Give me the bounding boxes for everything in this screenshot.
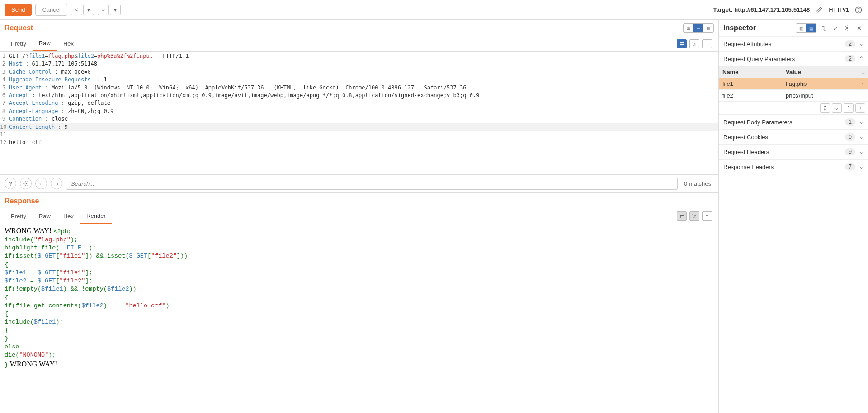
line-number: 5 — [0, 84, 8, 92]
move-up-button[interactable]: ⌃ — [844, 103, 854, 113]
close-icon[interactable]: ✕ — [854, 23, 863, 33]
add-param-button[interactable]: + — [855, 103, 865, 113]
line-number: 1 — [0, 52, 8, 60]
tab-raw[interactable]: Raw — [33, 36, 57, 51]
delete-param-button[interactable] — [820, 103, 830, 113]
inspector-layout-toggle[interactable]: ▥▤ — [796, 23, 816, 33]
next-match-button[interactable]: → — [51, 178, 62, 189]
newline-toggle[interactable]: \n — [689, 39, 699, 48]
line-number: 6 — [0, 92, 8, 99]
resp-tab-render[interactable]: Render — [80, 209, 112, 224]
response-render: WRONG WAY! <?php include("flag.php"); hi… — [0, 224, 718, 413]
send-button[interactable]: Send — [5, 4, 32, 16]
chevron-down-icon: ⌄ — [859, 164, 863, 170]
section-query-params[interactable]: Request Query Parameters 2 ⌃ — [719, 51, 868, 66]
tab-pretty[interactable]: Pretty — [5, 37, 33, 51]
http-version-label: HTTP/1 — [829, 6, 849, 13]
resp-tab-raw[interactable]: Raw — [33, 209, 57, 223]
expand-icon[interactable]: ⤢ — [831, 23, 840, 33]
line-number: 7 — [0, 99, 8, 107]
section-body-params[interactable]: Request Body Parameters 1 ⌄ — [719, 114, 868, 129]
line-number: 9 — [0, 115, 8, 123]
gear-icon[interactable] — [843, 23, 852, 33]
help-icon[interactable]: ? — [5, 178, 16, 189]
svg-point-3 — [846, 27, 848, 29]
editor-line[interactable]: 3Cache-Control : max-age=0 — [0, 68, 718, 76]
tab-hex[interactable]: Hex — [57, 37, 80, 51]
cancel-button[interactable]: Cancel — [35, 4, 67, 16]
target-label: Target: http://61.147.171.105:51148 — [713, 6, 810, 13]
chevron-down-icon: ⌄ — [859, 134, 863, 140]
chevron-down-icon: ⌄ — [859, 41, 863, 47]
resp-menu-icon[interactable]: ≡ — [702, 211, 712, 221]
line-number: 3 — [0, 68, 8, 76]
param-value: flag.php — [782, 78, 858, 89]
svg-point-1 — [859, 11, 859, 12]
section-request-headers[interactable]: Request Headers 9 ⌄ — [719, 144, 868, 159]
editor-line[interactable]: 5User-Agent : Mozilla/5.0 (Windows NT 10… — [0, 84, 718, 92]
editor-line[interactable]: 4Upgrade-Insecure-Requests : 1 — [0, 76, 718, 84]
param-row[interactable]: file2php://input› — [719, 90, 868, 102]
column-config-icon[interactable]: ≡ — [858, 66, 868, 78]
line-number: 4 — [0, 76, 8, 84]
settings-icon[interactable] — [20, 178, 32, 189]
render-text: WRONG WAY! — [5, 227, 53, 235]
filter-icon[interactable]: ⇅ — [819, 23, 828, 33]
resp-newline-toggle[interactable]: \n — [689, 211, 699, 221]
resp-wrap-toggle[interactable]: ⇄ — [677, 211, 687, 221]
history-back-button[interactable]: < — [71, 5, 82, 15]
line-number: 11 — [0, 131, 8, 139]
match-count: 0 matches — [681, 180, 714, 187]
prev-match-button[interactable]: ← — [35, 178, 47, 189]
param-name: file2 — [719, 90, 782, 101]
help-icon[interactable] — [854, 5, 863, 15]
editor-line[interactable]: 7Accept-Encoding : gzip, deflate — [0, 99, 718, 107]
editor-line[interactable]: 2Host : 61.147.171.105:51148 — [0, 60, 718, 68]
section-response-headers[interactable]: Response Headers 7 ⌄ — [719, 159, 868, 174]
resp-tab-hex[interactable]: Hex — [57, 209, 80, 223]
menu-icon[interactable]: ≡ — [702, 39, 712, 48]
chevron-up-icon: ⌃ — [859, 56, 863, 62]
render-text-2: WRONG WAY! — [8, 360, 57, 368]
editor-line[interactable]: 11 — [0, 131, 718, 139]
chevron-right-icon[interactable]: › — [858, 90, 868, 101]
editor-line[interactable]: 1GET /?file1=flag.php&file2=php%3a%2f%2f… — [0, 52, 718, 60]
line-number: 8 — [0, 108, 8, 115]
section-cookies[interactable]: Request Cookies 0 ⌄ — [719, 129, 868, 144]
editor-line[interactable]: 6Accept : text/html,application/xhtml+xm… — [0, 92, 718, 99]
chevron-down-icon: ⌄ — [859, 119, 863, 125]
chevron-down-icon: ⌄ — [859, 149, 863, 155]
param-name: file1 — [719, 78, 782, 89]
response-title: Response — [5, 197, 39, 205]
line-number: 2 — [0, 60, 8, 68]
line-number: 12 — [0, 139, 8, 146]
request-layout-toggle[interactable]: ▥═▤ — [683, 23, 714, 33]
move-down-button[interactable]: ⌄ — [832, 103, 842, 113]
history-back-menu[interactable]: ▾ — [83, 5, 94, 15]
section-request-attributes[interactable]: Request Attributes 2 ⌄ — [719, 36, 868, 51]
line-number: 10 — [0, 123, 8, 131]
resp-tab-pretty[interactable]: Pretty — [5, 209, 33, 223]
param-value: php://input — [782, 90, 858, 101]
inspector-title: Inspector — [723, 24, 756, 32]
param-row[interactable]: file1flag.php› — [719, 78, 868, 90]
request-editor[interactable]: 1GET /?file1=flag.php&file2=php%3a%2f%2f… — [0, 52, 718, 174]
chevron-right-icon[interactable]: › — [858, 78, 868, 89]
svg-point-2 — [25, 183, 27, 185]
editor-line[interactable]: 12hello ctf — [0, 139, 718, 146]
wrap-toggle[interactable]: ⇄ — [677, 39, 687, 48]
request-title: Request — [5, 24, 33, 32]
editor-line[interactable]: 8Accept-Language : zh-CN,zh;q=0.9 — [0, 108, 718, 115]
history-forward-button[interactable]: > — [98, 5, 109, 15]
editor-line[interactable]: 9Connection : close — [0, 115, 718, 123]
editor-line[interactable]: 10Content-Length : 9 — [0, 123, 718, 131]
search-input[interactable] — [66, 178, 678, 190]
edit-target-icon[interactable] — [814, 5, 824, 15]
history-forward-menu[interactable]: ▾ — [110, 5, 121, 15]
param-header-row: Name Value ≡ — [719, 66, 868, 78]
